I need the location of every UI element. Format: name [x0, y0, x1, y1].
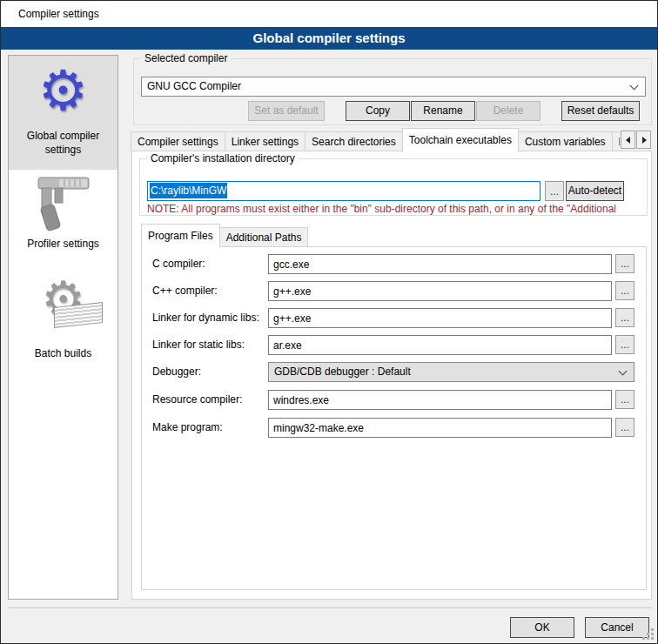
- reset-defaults-button[interactable]: Reset defaults: [561, 101, 640, 121]
- cancel-button[interactable]: Cancel: [585, 617, 649, 638]
- make-program-browse-button[interactable]: ...: [615, 418, 634, 437]
- selected-compiler-group: Selected compiler GNU GCC Compiler Set a…: [133, 58, 652, 125]
- settings-sidebar: ⚙ Global compiler settings Profiler sett…: [8, 55, 118, 600]
- tab-scroll-left-button[interactable]: [621, 131, 635, 149]
- close-button[interactable]: [619, 1, 658, 27]
- group-title: Compiler's installation directory: [147, 152, 299, 164]
- maximize-button[interactable]: [579, 1, 619, 27]
- install-dir-value: C:\raylib\MinGW: [150, 183, 227, 198]
- arrow-left-icon: [626, 137, 630, 144]
- field-label: Linker for dynamic libs:: [152, 308, 259, 328]
- c-compiler-browse-button[interactable]: ...: [615, 254, 634, 273]
- field-label: Linker for static libs:: [152, 335, 245, 355]
- arrow-right-icon: [642, 137, 647, 144]
- tab-program-files[interactable]: Program Files: [141, 224, 220, 247]
- c-compiler-input[interactable]: [268, 254, 612, 274]
- sidebar-item-label: Batch builds: [9, 346, 118, 360]
- blue-gear-icon: ⚙: [9, 56, 118, 125]
- footer-divider: [8, 607, 652, 608]
- field-row-resource-compiler: Resource compiler: ...: [142, 390, 646, 410]
- field-row-linker-static: Linker for static libs: ...: [142, 335, 646, 355]
- minimize-button[interactable]: [539, 1, 579, 27]
- tab-compiler-settings[interactable]: Compiler settings: [131, 131, 225, 151]
- debugger-select-value: GDB/CDB debugger : Default: [274, 366, 411, 378]
- tab-custom-variables[interactable]: Custom variables: [518, 131, 613, 151]
- chevron-down-icon: [630, 82, 639, 91]
- delete-button[interactable]: Delete: [476, 101, 540, 121]
- compiler-settings-dialog: Compiler settings Global compiler settin…: [0, 0, 658, 644]
- linker-static-browse-button[interactable]: ...: [615, 335, 634, 354]
- installation-directory-group: Compiler's installation directory C:\ray…: [139, 158, 648, 216]
- resource-compiler-input[interactable]: [268, 390, 612, 410]
- install-dir-browse-button[interactable]: ...: [545, 181, 564, 201]
- rename-button[interactable]: Rename: [411, 101, 475, 121]
- field-label: C compiler:: [152, 254, 205, 274]
- set-as-default-button[interactable]: Set as default: [248, 101, 325, 121]
- tab-linker-settings[interactable]: Linker settings: [225, 131, 306, 151]
- tab-search-directories[interactable]: Search directories: [305, 131, 403, 151]
- field-row-make-program: Make program: ...: [142, 418, 646, 438]
- cpp-compiler-input[interactable]: [268, 281, 612, 301]
- field-label: Debugger:: [152, 362, 201, 382]
- copy-button[interactable]: Copy: [346, 101, 410, 121]
- tab-additional-paths[interactable]: Additional Paths: [219, 227, 309, 247]
- linker-dynamic-browse-button[interactable]: ...: [615, 308, 634, 327]
- program-tab-strip: Program Files Additional Paths: [141, 225, 307, 247]
- resize-grip[interactable]: [651, 637, 654, 640]
- field-label: Resource compiler:: [152, 390, 242, 410]
- page-title: Global compiler settings: [1, 27, 657, 50]
- tab-build-options-truncated[interactable]: Builc: [612, 131, 620, 151]
- field-row-linker-dynamic: Linker for dynamic libs: ...: [142, 308, 646, 328]
- field-row-c-compiler: C compiler: ...: [142, 254, 646, 274]
- cpp-compiler-browse-button[interactable]: ...: [615, 281, 634, 300]
- field-label: Make program:: [152, 418, 223, 438]
- field-label: C++ compiler:: [152, 281, 218, 301]
- window-title: Compiler settings: [18, 1, 99, 27]
- program-files-page: C compiler: ... C++ compiler: ... Linker…: [141, 246, 647, 590]
- install-dir-input[interactable]: C:\raylib\MinGW: [147, 181, 540, 201]
- debugger-select[interactable]: GDB/CDB debugger : Default: [268, 362, 634, 382]
- linker-dynamic-input[interactable]: [268, 308, 612, 328]
- sidebar-item-global-compiler-settings[interactable]: ⚙ Global compiler settings: [9, 56, 118, 170]
- toolchain-executables-page: Compiler's installation directory C:\ray…: [131, 151, 652, 600]
- linker-static-input[interactable]: [268, 335, 612, 355]
- caliper-icon: [33, 171, 94, 236]
- install-dir-note: NOTE: All programs must exist either in …: [147, 203, 645, 215]
- field-row-debugger: Debugger: GDB/CDB debugger : Default: [142, 362, 646, 382]
- sidebar-item-label: Global compiler settings: [9, 129, 118, 157]
- tab-toolchain-executables[interactable]: Toolchain executables: [402, 128, 519, 151]
- field-row-cpp-compiler: C++ compiler: ...: [142, 281, 646, 301]
- sidebar-item-label: Profiler settings: [9, 237, 118, 251]
- compiler-select[interactable]: GNU GCC Compiler: [141, 77, 646, 97]
- tab-scroll-right-button[interactable]: [636, 131, 651, 149]
- compiler-select-value: GNU GCC Compiler: [147, 80, 241, 92]
- group-title: Selected compiler: [141, 52, 231, 64]
- settings-tab-strip: Compiler settings Linker settings Search…: [131, 128, 620, 151]
- ok-button[interactable]: OK: [510, 617, 574, 638]
- auto-detect-button[interactable]: Auto-detect: [566, 181, 624, 201]
- make-program-input[interactable]: [268, 418, 612, 438]
- title-bar[interactable]: Compiler settings: [1, 1, 657, 27]
- resource-compiler-browse-button[interactable]: ...: [615, 390, 634, 409]
- chevron-down-icon: [619, 367, 628, 376]
